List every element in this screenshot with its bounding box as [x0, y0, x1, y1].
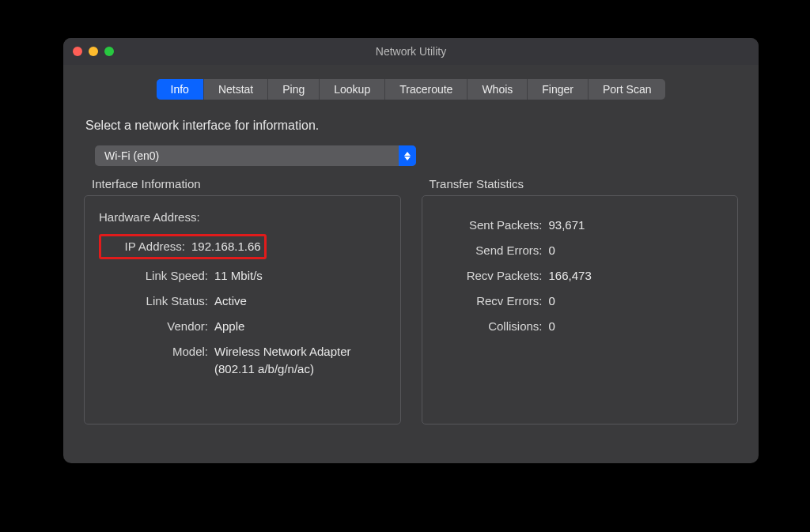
send-errors-value: 0 — [549, 242, 555, 259]
sent-packets-label: Sent Packets: — [437, 217, 549, 234]
tab-ping[interactable]: Ping — [268, 79, 320, 100]
send-errors-label: Send Errors: — [437, 242, 549, 259]
recv-errors-label: Recv Errors: — [437, 292, 549, 310]
traffic-lights — [73, 47, 114, 56]
network-utility-window: Network Utility Info Netstat Ping Lookup… — [63, 38, 759, 463]
recv-packets-label: Recv Packets: — [437, 267, 549, 285]
link-speed-label: Link Speed: — [99, 267, 214, 285]
link-status-value: Active — [214, 292, 247, 310]
dropdown-arrows-icon — [399, 145, 416, 166]
columns: Interface Information Hardware Address: … — [84, 177, 738, 424]
transfer-stats-box: Sent Packets: 93,671 Send Errors: 0 Recv… — [422, 195, 739, 424]
tab-traceroute[interactable]: Traceroute — [385, 79, 467, 100]
instruction-text: Select a network interface for informati… — [85, 119, 738, 133]
link-speed-value: 11 Mbit/s — [214, 267, 263, 285]
close-window-button[interactable] — [73, 47, 82, 56]
sent-packets-value: 93,671 — [549, 217, 585, 234]
ip-address-label: IP Address: — [103, 238, 191, 255]
ip-address-value: 192.168.1.66 — [191, 238, 261, 255]
tabs: Info Netstat Ping Lookup Traceroute Whoi… — [157, 79, 666, 100]
collisions-label: Collisions: — [437, 318, 549, 335]
interface-info-box: Hardware Address: IP Address: 192.168.1.… — [84, 195, 401, 424]
tab-netstat[interactable]: Netstat — [204, 79, 268, 100]
hardware-address-label: Hardware Address: — [99, 209, 200, 226]
interface-information-group: Interface Information Hardware Address: … — [84, 177, 401, 424]
minimize-window-button[interactable] — [89, 47, 98, 56]
interface-select-value: Wi-Fi (en0) — [104, 149, 159, 162]
vendor-value: Apple — [214, 318, 244, 335]
vendor-label: Vendor: — [99, 318, 214, 335]
model-value: Wireless Network Adapter (802.11 a/b/g/n… — [214, 343, 380, 378]
titlebar: Network Utility — [63, 38, 759, 65]
link-status-label: Link Status: — [99, 292, 214, 310]
tab-info[interactable]: Info — [157, 79, 204, 100]
tab-port-scan[interactable]: Port Scan — [589, 79, 665, 100]
recv-errors-value: 0 — [549, 292, 555, 310]
model-label: Model: — [99, 343, 214, 378]
content-area: Select a network interface for informati… — [63, 106, 759, 440]
transfer-stats-group-label: Transfer Statistics — [430, 177, 739, 191]
ip-address-highlight: IP Address: 192.168.1.66 — [99, 234, 267, 259]
collisions-value: 0 — [549, 318, 555, 335]
interface-info-group-label: Interface Information — [92, 177, 401, 191]
window-title: Network Utility — [63, 45, 759, 58]
zoom-window-button[interactable] — [104, 47, 114, 56]
interface-select[interactable]: Wi-Fi (en0) — [95, 145, 416, 166]
tab-lookup[interactable]: Lookup — [320, 79, 385, 100]
tab-finger[interactable]: Finger — [528, 79, 589, 100]
transfer-statistics-group: Transfer Statistics Sent Packets: 93,671… — [422, 177, 739, 424]
tab-whois[interactable]: Whois — [467, 79, 528, 100]
tabs-row: Info Netstat Ping Lookup Traceroute Whoi… — [63, 65, 759, 106]
recv-packets-value: 166,473 — [549, 267, 592, 285]
